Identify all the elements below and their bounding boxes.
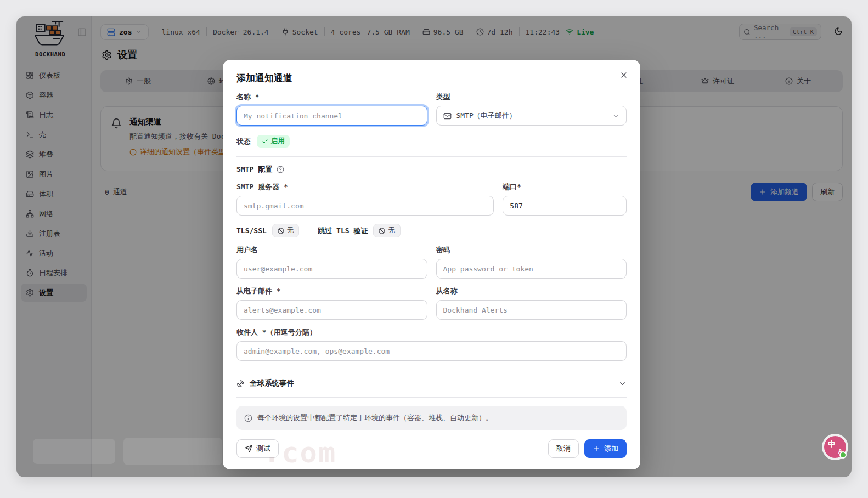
circle-help-icon [277,166,284,173]
type-label: 类型 [436,92,627,102]
check-icon [262,138,268,145]
chevron-down-icon [612,112,619,120]
password-input[interactable] [436,259,627,279]
info-icon [244,414,252,422]
mail-icon [443,112,452,120]
password-field-group: 密码 [436,245,627,279]
test-button[interactable]: 测试 [236,439,279,458]
host-field-group: SMTP 服务器 * [236,182,494,216]
ban-icon [379,228,385,234]
skip-verify-label: 跳过 TLS 验证 [318,226,368,236]
type-value: SMTP（电子邮件） [456,111,516,121]
tls-label: TLS/SSL [236,227,267,235]
chevron-down-icon [618,380,627,388]
app-window: DOCKHAND 仪表板 容器 日志 壳 堆叠 [16,16,852,477]
plus-icon [593,445,600,452]
host-label: SMTP 服务器 * [236,182,494,192]
smtp-host-input[interactable] [236,196,494,216]
from-name-label: 从名称 [436,286,627,296]
x-icon [619,71,628,80]
modal-title: 添加通知通道 [236,72,627,84]
from-email-input[interactable] [236,300,427,320]
port-field-group: 端口* [503,182,627,216]
skip-verify-chip[interactable]: 无 [373,224,401,237]
recipients-input[interactable] [236,341,627,361]
name-input[interactable] [236,106,427,126]
username-input[interactable] [236,259,427,279]
watermark-block [33,439,115,464]
environment-events-note: 每个环境的设置中都配置了特定于环境的事件（容器、堆栈、自动更新）。 [236,406,627,430]
smtp-section-heading: SMTP 配置 [236,165,627,174]
send-icon [245,445,252,452]
status-badge[interactable]: 启用 [257,135,290,148]
divider [236,370,627,370]
watermark-block [123,438,222,465]
tls-mode-chip[interactable]: 无 [272,224,300,237]
global-events-label: 全球系统事件 [250,378,294,388]
name-field-group: 名称 * [236,92,427,126]
close-button[interactable] [619,71,628,81]
username-label: 用户名 [236,245,427,255]
from-email-field-group: 从电子邮件 * [236,286,427,320]
status-label: 状态 [236,137,251,146]
add-notification-channel-modal: 添加通知通道 名称 * 类型 SMTP（电子邮件） 状态 启用 [223,60,640,469]
divider [236,156,627,157]
port-label: 端口* [503,182,627,192]
from-email-label: 从电子邮件 * [236,286,427,296]
divider [236,397,627,398]
global-events-collapse[interactable]: 全球系统事件 [236,378,627,388]
recipients-field-group: 收件人 *（用逗号分隔） [236,327,627,361]
translate-widget-button[interactable]: 中 A [822,434,848,460]
type-select[interactable]: SMTP（电子邮件） [436,106,627,126]
translate-status-dot [839,451,847,459]
recipients-label: 收件人 *（用逗号分隔） [236,327,627,337]
add-button[interactable]: 添加 [584,439,627,458]
name-label: 名称 * [236,92,427,102]
translate-icon: 中 A [824,436,846,458]
password-label: 密码 [436,245,627,255]
type-field-group: 类型 SMTP（电子邮件） [436,92,627,126]
username-field-group: 用户名 [236,245,427,279]
from-name-input[interactable] [436,300,627,320]
ban-icon [278,228,284,234]
from-name-field-group: 从名称 [436,286,627,320]
satellite-icon [236,380,245,388]
cancel-button[interactable]: 取消 [548,439,579,458]
port-input[interactable] [503,196,627,216]
